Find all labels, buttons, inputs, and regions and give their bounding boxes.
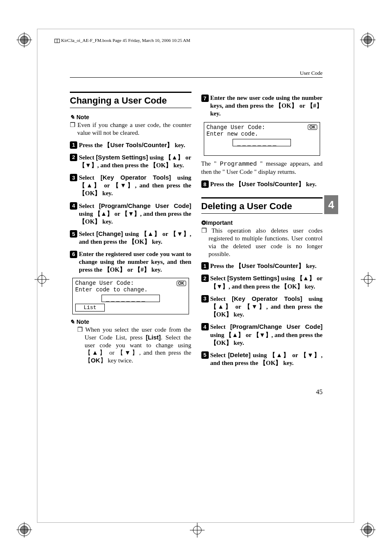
gear-icon: ❂ (201, 219, 206, 226)
heading-changing: Changing a User Code (70, 94, 191, 108)
page-number: 45 (316, 388, 323, 396)
registration-mark-icon (360, 271, 376, 288)
right-column: 7 Enter the new user code using the numb… (201, 92, 323, 371)
step-number-icon: 5 (70, 230, 77, 238)
lcd-ok-icon: OK (177, 281, 186, 286)
del-step-1: 1 Press the 【User Tools/Counter】 key. (201, 262, 323, 270)
result-text: The " Programmed " message appears, and … (201, 160, 323, 176)
chapter-tab: 4 (324, 195, 338, 214)
note-item: ❒ Even if you change a user code, the co… (70, 121, 191, 137)
step-2: 2 Select [System Settings] using 【▲】 or … (70, 153, 191, 169)
step-5: 5 Select [Change] using 【▲】 or 【▼】, and … (70, 230, 191, 246)
step-number-icon: 3 (70, 174, 77, 181)
step-8: 8 Press the 【User Tools/Counter】 key. (201, 180, 323, 188)
step-number-icon: 5 (201, 351, 209, 359)
lcd-title: Change User Code: (207, 124, 265, 131)
book-meta-line: KirC3a_oi_AE-F_FM.book Page 45 Friday, M… (54, 38, 190, 44)
lcd-title: Change User Code: (75, 280, 134, 286)
note-heading: ✎Note (70, 114, 191, 120)
crop-mark-icon (360, 32, 376, 48)
page-header: User Code (70, 70, 323, 78)
note-heading: ✎Note (70, 319, 191, 325)
lcd-list-button: List (75, 304, 105, 312)
crop-mark-icon (16, 522, 32, 538)
step-number-icon: 2 (201, 275, 209, 282)
step-7: 7 Enter the new user code using the numb… (201, 94, 323, 118)
pencil-icon: ✎ (70, 319, 75, 325)
book-icon (54, 38, 60, 44)
crop-mark-icon (360, 522, 376, 538)
lcd-prompt: Enter new code. (207, 131, 318, 137)
pencil-icon: ✎ (70, 114, 75, 120)
left-column: Changing a User Code ✎Note ❒ Even if you… (70, 92, 191, 371)
crop-mark-icon (16, 32, 32, 48)
step-number-icon: 7 (201, 95, 209, 102)
del-step-4: 4 Select [Program/Change User Code] usin… (201, 323, 323, 347)
note-item: ❒ When you select the user code from the… (77, 326, 191, 365)
lcd-entry-field: ________ (233, 139, 291, 146)
important-heading: ❂Important (201, 219, 323, 226)
lcd-prompt: Enter code to change. (75, 286, 186, 293)
del-step-5: 5 Select [Delete] using 【▲】 or 【▼】, and … (201, 351, 323, 367)
step-number-icon: 1 (201, 262, 209, 270)
lcd-ok-icon: OK (308, 125, 317, 130)
page-content: User Code 4 Changing a User Code ✎Note ❒… (70, 70, 323, 371)
step-6: 6 Enter the registered user code you wan… (70, 250, 191, 274)
step-number-icon: 6 (70, 251, 77, 258)
step-4: 4 Select [Program/Change User Code] usin… (70, 202, 191, 226)
step-number-icon: 3 (201, 295, 209, 302)
step-number-icon: 4 (201, 323, 209, 330)
step-3: 3 Select [Key Operator Tools] using 【▲】 … (70, 173, 191, 198)
lcd-display-1: Change User Code: OK Enter code to chang… (72, 278, 189, 314)
step-number-icon: 1 (70, 141, 77, 149)
important-item: ❒ This operation also deletes user codes… (201, 227, 323, 258)
del-step-3: 3 Select [Key Operator Tools] using 【▲】 … (201, 295, 323, 319)
step-number-icon: 2 (70, 154, 77, 161)
del-step-2: 2 Select [System Settings] using 【▲】 or … (201, 274, 323, 290)
lcd-display-2: Change User Code: OK Enter new code. ___… (204, 122, 321, 156)
lcd-entry-field: ________ (101, 295, 160, 302)
registration-mark-icon (189, 522, 205, 538)
step-number-icon: 8 (201, 180, 209, 188)
step-1: 1 Press the 【User Tools/Counter】 key. (70, 141, 191, 149)
heading-deleting: Deleting a User Code (201, 199, 323, 214)
step-number-icon: 4 (70, 202, 77, 210)
